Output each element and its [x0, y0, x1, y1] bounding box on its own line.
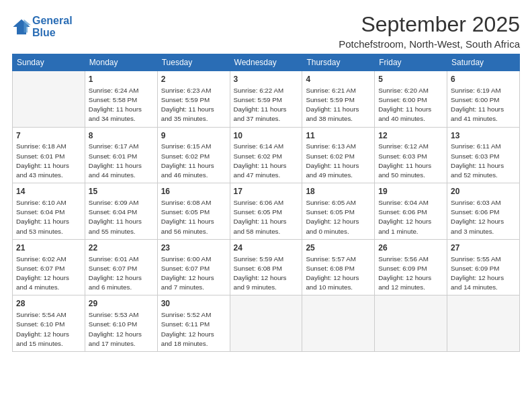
table-row: 7Sunrise: 6:18 AM Sunset: 6:01 PM Daylig… — [13, 127, 85, 183]
day-number: 9 — [161, 130, 226, 142]
table-row: 12Sunrise: 6:12 AM Sunset: 6:03 PM Dayli… — [375, 127, 447, 183]
day-number: 25 — [306, 242, 371, 254]
day-info: Sunrise: 6:11 AM Sunset: 6:03 PM Dayligh… — [451, 142, 516, 180]
calendar: Sunday Monday Tuesday Wednesday Thursday… — [12, 54, 520, 352]
day-info: Sunrise: 6:18 AM Sunset: 6:01 PM Dayligh… — [16, 142, 81, 180]
table-row: 4Sunrise: 6:21 AM Sunset: 5:59 PM Daylig… — [302, 71, 375, 128]
table-row: 5Sunrise: 6:20 AM Sunset: 6:00 PM Daylig… — [375, 71, 447, 128]
location-subtitle: Potchefstroom, North-West, South Africa — [339, 38, 520, 50]
day-info: Sunrise: 5:57 AM Sunset: 6:08 PM Dayligh… — [306, 255, 371, 293]
day-number: 26 — [378, 242, 443, 254]
day-info: Sunrise: 5:54 AM Sunset: 6:10 PM Dayligh… — [16, 310, 81, 349]
table-row: 13Sunrise: 6:11 AM Sunset: 6:03 PM Dayli… — [447, 127, 520, 183]
day-number: 16 — [161, 186, 226, 197]
table-row: 27Sunrise: 5:55 AM Sunset: 6:09 PM Dayli… — [447, 239, 520, 295]
day-info: Sunrise: 6:15 AM Sunset: 6:02 PM Dayligh… — [161, 142, 226, 180]
table-row: 18Sunrise: 6:05 AM Sunset: 6:05 PM Dayli… — [302, 183, 375, 240]
table-row: 20Sunrise: 6:03 AM Sunset: 6:06 PM Dayli… — [447, 183, 520, 240]
day-info: Sunrise: 6:06 AM Sunset: 6:05 PM Dayligh… — [234, 198, 299, 236]
table-row: 22Sunrise: 6:01 AM Sunset: 6:07 PM Dayli… — [85, 239, 157, 295]
col-saturday: Saturday — [447, 54, 520, 71]
table-row — [302, 295, 375, 352]
table-row: 24Sunrise: 5:59 AM Sunset: 6:08 PM Dayli… — [230, 239, 302, 295]
header-row: Sunday Monday Tuesday Wednesday Thursday… — [13, 54, 520, 71]
table-row: 11Sunrise: 6:13 AM Sunset: 6:02 PM Dayli… — [302, 127, 375, 183]
day-number: 21 — [16, 242, 81, 254]
table-row: 6Sunrise: 6:19 AM Sunset: 6:00 PM Daylig… — [447, 71, 520, 128]
logo-text: General Blue — [32, 15, 73, 39]
day-info: Sunrise: 5:56 AM Sunset: 6:09 PM Dayligh… — [378, 255, 443, 293]
day-info: Sunrise: 6:20 AM Sunset: 6:00 PM Dayligh… — [378, 86, 443, 124]
day-info: Sunrise: 5:52 AM Sunset: 6:11 PM Dayligh… — [161, 310, 226, 349]
title-block: September 2025 Potchefstroom, North-West… — [339, 12, 520, 50]
day-number: 5 — [378, 74, 443, 85]
day-number: 22 — [89, 242, 154, 254]
day-number: 2 — [161, 74, 226, 85]
day-info: Sunrise: 6:23 AM Sunset: 5:59 PM Dayligh… — [161, 86, 226, 124]
day-info: Sunrise: 6:17 AM Sunset: 6:01 PM Dayligh… — [89, 142, 154, 180]
table-row: 21Sunrise: 6:02 AM Sunset: 6:07 PM Dayli… — [13, 239, 85, 295]
table-row: 25Sunrise: 5:57 AM Sunset: 6:08 PM Dayli… — [302, 239, 375, 295]
day-number: 17 — [234, 186, 299, 197]
day-number: 6 — [451, 74, 516, 85]
day-info: Sunrise: 6:03 AM Sunset: 6:06 PM Dayligh… — [451, 198, 516, 236]
day-number: 19 — [378, 186, 443, 197]
day-number: 1 — [89, 74, 154, 85]
table-row: 15Sunrise: 6:09 AM Sunset: 6:04 PM Dayli… — [85, 183, 157, 240]
table-row: 28Sunrise: 5:54 AM Sunset: 6:10 PM Dayli… — [13, 295, 85, 352]
week-row: 28Sunrise: 5:54 AM Sunset: 6:10 PM Dayli… — [13, 295, 520, 352]
day-number: 14 — [16, 186, 81, 197]
logo-icon — [12, 17, 31, 36]
day-info: Sunrise: 6:01 AM Sunset: 6:07 PM Dayligh… — [89, 255, 154, 293]
table-row: 30Sunrise: 5:52 AM Sunset: 6:11 PM Dayli… — [157, 295, 230, 352]
day-number: 13 — [451, 130, 516, 142]
table-row: 9Sunrise: 6:15 AM Sunset: 6:02 PM Daylig… — [157, 127, 230, 183]
table-row: 3Sunrise: 6:22 AM Sunset: 5:59 PM Daylig… — [230, 71, 302, 128]
col-sunday: Sunday — [13, 54, 85, 71]
col-friday: Friday — [375, 54, 447, 71]
table-row: 26Sunrise: 5:56 AM Sunset: 6:09 PM Dayli… — [375, 239, 447, 295]
day-info: Sunrise: 6:05 AM Sunset: 6:05 PM Dayligh… — [306, 198, 371, 236]
day-info: Sunrise: 6:04 AM Sunset: 6:06 PM Dayligh… — [378, 198, 443, 236]
col-monday: Monday — [85, 54, 157, 71]
day-number: 27 — [451, 242, 516, 254]
day-number: 20 — [451, 186, 516, 197]
day-number: 7 — [16, 130, 81, 142]
day-number: 8 — [89, 130, 154, 142]
week-row: 7Sunrise: 6:18 AM Sunset: 6:01 PM Daylig… — [13, 127, 520, 183]
week-row: 1Sunrise: 6:24 AM Sunset: 5:58 PM Daylig… — [13, 71, 520, 128]
day-info: Sunrise: 6:10 AM Sunset: 6:04 PM Dayligh… — [16, 198, 81, 236]
day-number: 29 — [89, 298, 154, 310]
day-info: Sunrise: 5:59 AM Sunset: 6:08 PM Dayligh… — [234, 255, 299, 293]
table-row: 17Sunrise: 6:06 AM Sunset: 6:05 PM Dayli… — [230, 183, 302, 240]
page: General Blue September 2025 Potchefstroo… — [0, 0, 532, 359]
table-row: 1Sunrise: 6:24 AM Sunset: 5:58 PM Daylig… — [85, 71, 157, 128]
table-row — [230, 295, 302, 352]
day-info: Sunrise: 5:55 AM Sunset: 6:09 PM Dayligh… — [451, 255, 516, 293]
day-info: Sunrise: 6:22 AM Sunset: 5:59 PM Dayligh… — [234, 86, 299, 124]
day-number: 30 — [161, 298, 226, 310]
day-info: Sunrise: 6:02 AM Sunset: 6:07 PM Dayligh… — [16, 255, 81, 293]
day-number: 15 — [89, 186, 154, 197]
table-row: 29Sunrise: 5:53 AM Sunset: 6:10 PM Dayli… — [85, 295, 157, 352]
day-info: Sunrise: 6:09 AM Sunset: 6:04 PM Dayligh… — [89, 198, 154, 236]
day-number: 4 — [306, 74, 371, 85]
header: General Blue September 2025 Potchefstroo… — [12, 12, 520, 50]
day-number: 24 — [234, 242, 299, 254]
day-number: 18 — [306, 186, 371, 197]
table-row: 14Sunrise: 6:10 AM Sunset: 6:04 PM Dayli… — [13, 183, 85, 240]
day-info: Sunrise: 5:53 AM Sunset: 6:10 PM Dayligh… — [89, 310, 154, 349]
table-row: 10Sunrise: 6:14 AM Sunset: 6:02 PM Dayli… — [230, 127, 302, 183]
day-info: Sunrise: 6:21 AM Sunset: 5:59 PM Dayligh… — [306, 86, 371, 124]
table-row: 2Sunrise: 6:23 AM Sunset: 5:59 PM Daylig… — [157, 71, 230, 128]
table-row: 23Sunrise: 6:00 AM Sunset: 6:07 PM Dayli… — [157, 239, 230, 295]
col-thursday: Thursday — [302, 54, 375, 71]
day-number: 23 — [161, 242, 226, 254]
table-row — [375, 295, 447, 352]
day-info: Sunrise: 6:13 AM Sunset: 6:02 PM Dayligh… — [306, 142, 371, 180]
logo: General Blue — [12, 15, 73, 39]
day-number: 12 — [378, 130, 443, 142]
week-row: 14Sunrise: 6:10 AM Sunset: 6:04 PM Dayli… — [13, 183, 520, 240]
day-info: Sunrise: 6:08 AM Sunset: 6:05 PM Dayligh… — [161, 198, 226, 236]
col-wednesday: Wednesday — [230, 54, 302, 71]
